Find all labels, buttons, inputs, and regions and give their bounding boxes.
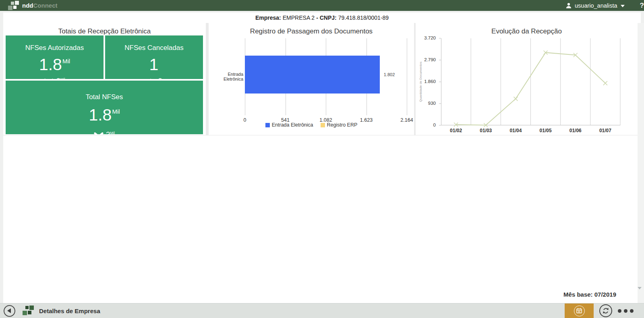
chart-title: Registro de Passagem dos Documentos [209,27,414,35]
ellipsis-icon [618,309,621,313]
calendar-button[interactable]: 31 [565,303,594,318]
tile-trend: 3Mil [94,130,115,139]
mes-base-value: 07/2019 [594,291,616,298]
bar-legend: Entrada EletrônicaRegistro ERP [209,122,414,128]
ndd-logo-icon [8,1,19,10]
refresh-icon [602,307,610,315]
tile-value: 1 [149,53,159,76]
brand-name-bold: ndd [22,2,33,9]
user-menu[interactable]: usuario_analista [565,2,625,9]
ellipsis-icon [630,309,634,313]
mes-base: Mês base: 07/2019 [563,291,616,298]
y-tick-label: 1.860 [416,79,436,84]
x-tick-label: 01/07 [591,128,619,133]
user-icon [565,2,572,9]
x-tick-label: 01/02 [442,128,470,133]
bar-value-label: 1.802 [384,72,395,77]
panel-divider [206,23,209,135]
x-tick-label: 01/06 [561,128,590,133]
refresh-button[interactable] [599,304,612,317]
tile-label: Total NFSes [86,93,123,101]
line-chart-svg [441,38,620,125]
calendar-icon: 31 [574,306,585,316]
line-chart-plot [441,38,620,125]
tiles-row: NFSes Autorizadas 1.8Mil 3Mil NFSes Canc… [6,35,203,79]
brand: nddConnect [8,1,58,10]
panels-bottom-divider [3,135,638,135]
mes-base-label: Mês base: [563,291,593,298]
back-arrow-icon [7,308,11,313]
tile-value: 1.8Mil [89,104,120,127]
grid-logo-icon [23,306,33,316]
help-button[interactable]: ? [640,2,644,10]
line-yticks: 09301.8602.7903.720 [416,38,436,125]
company-bar: Empresa:EMPRESA 2- CNPJ:79.418.818/0001-… [3,12,641,23]
y-tick-label: 3.720 [416,35,436,40]
user-name: usuario_analista [575,2,617,9]
page-title: Detalhes de Empresa [39,308,100,314]
kpi-tile[interactable]: NFSes Autorizadas 1.8Mil 3Mil [6,35,104,79]
legend-swatch [321,123,325,127]
x-tick-label: 01/05 [532,128,560,133]
bar-entrada[interactable] [245,56,380,94]
chevron-down-icon [621,5,625,7]
legend-label: Registro ERP [327,122,358,128]
tiles-row: Total NFSes 1.8Mil 3Mil [6,81,203,134]
kpi-tile[interactable]: Total NFSes 1.8Mil 3Mil [6,81,203,134]
dashboard-page: Totais de Recepção Eletrônica NFSes Auto… [3,23,638,303]
legend-item: Registro ERP [321,122,358,128]
empresa-value: EMPRESA 2 [283,15,315,21]
legend-item: Entrada Eletrônica [265,122,313,128]
legend-label: Entrada Eletrônica [272,122,313,128]
gridline [407,38,407,115]
bottom-bar: Detalhes de Empresa 31 [0,303,644,318]
y-tick-label: 0 [416,123,436,127]
panel-evolucao-recepcao: Evolução da Recepção Quantidade de Docum… [416,23,638,135]
x-tick-label: 01/03 [472,128,500,133]
panel-title: Totais de Recepção Eletrônica [3,27,206,35]
chart-title: Evolução da Recepção [416,27,638,35]
panel-registro-passagem: Registro de Passagem dos Documentos Entr… [209,23,414,135]
kpi-tile[interactable]: NFSes Canceladas 1 0 [105,35,203,79]
bar-chart-plot: Entrada Eletrônica 1.802 05411.0821.6232… [245,38,407,113]
tile-value: 1.8Mil [39,53,70,76]
tile-label: NFSes Autorizadas [25,44,84,52]
tile-label: NFSes Canceladas [124,44,183,52]
more-options-button[interactable] [618,309,634,313]
tile-secondary-value: 3Mil [106,130,115,139]
cnpj-value: 79.418.818/0001-89 [338,15,389,21]
scroll-down-icon[interactable] [638,287,642,289]
empresa-label: Empresa: [255,15,281,21]
scrollbar-track[interactable] [638,23,644,303]
footer-actions: 31 [565,303,644,318]
ellipsis-icon [624,309,627,313]
brand-name-light: Connect [33,2,58,9]
cnpj-label: - CNPJ: [316,15,337,21]
y-tick-label: 2.790 [416,57,436,62]
y-tick-label: 930 [416,101,436,106]
top-header: nddConnect usuario_analista ? [0,0,644,11]
x-tick-label: 01/04 [501,128,530,133]
back-button[interactable] [4,305,15,317]
panel-totais-recepcao: Totais de Recepção Eletrônica NFSes Auto… [3,23,206,135]
svg-text:31: 31 [578,310,580,313]
bar-category-label: Entrada Eletrônica [210,72,243,81]
trend-icon [94,132,104,137]
legend-swatch [265,123,270,127]
